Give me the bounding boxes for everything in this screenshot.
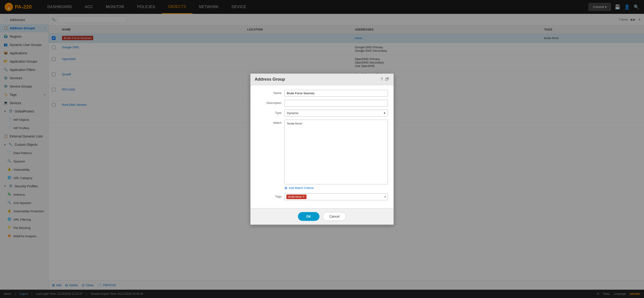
modal-header-icons: ? 🗗 [380, 77, 389, 82]
tag-brute-force: brute-force ✕ [286, 194, 306, 199]
type-value: Dynamic [287, 111, 299, 115]
tags-label: Tags [256, 193, 282, 198]
description-row: Description [256, 100, 388, 107]
add-match-criteria[interactable]: ⊕ Add Match Criteria [284, 186, 388, 190]
description-input[interactable] [284, 100, 388, 107]
modal-footer: OK Cancel [250, 208, 394, 225]
add-match-icon: ⊕ [284, 186, 287, 190]
tags-row: Tags brute-force ✕ ▾ [256, 193, 388, 200]
tag-label: brute-force [288, 195, 302, 198]
tags-input[interactable]: brute-force ✕ ▾ [284, 193, 388, 200]
type-row: Type Dynamic ▾ [256, 110, 388, 116]
help-icon[interactable]: ? [380, 77, 383, 82]
match-area[interactable]: 'brute-force' [284, 120, 388, 184]
name-label: Name [256, 90, 282, 95]
match-row: Match 'brute-force' ⊕ Add Match Criteria [256, 120, 388, 190]
tags-chevron: ▾ [384, 195, 386, 198]
description-label: Description [256, 100, 282, 105]
address-group-modal: Address Group ? 🗗 Name Description Type [250, 73, 394, 225]
minimize-icon[interactable]: 🗗 [385, 77, 389, 82]
name-row: Name [256, 90, 388, 97]
modal-overlay: Address Group ? 🗗 Name Description Type [0, 0, 644, 298]
modal-title: Address Group [255, 77, 380, 82]
match-container: 'brute-force' ⊕ Add Match Criteria [284, 120, 388, 190]
match-label: Match [256, 120, 282, 125]
type-chevron: ▾ [384, 111, 386, 115]
cancel-button[interactable]: Cancel [323, 212, 346, 221]
match-value: 'brute-force' [287, 122, 302, 125]
ok-button[interactable]: OK [298, 212, 320, 221]
modal-header: Address Group ? 🗗 [250, 74, 394, 85]
add-match-label: Add Match Criteria [289, 186, 314, 190]
type-label: Type [256, 110, 282, 115]
tag-remove[interactable]: ✕ [302, 195, 305, 198]
type-select[interactable]: Dynamic ▾ [284, 110, 388, 116]
modal-body: Name Description Type Dynamic ▾ Match [250, 85, 394, 208]
name-input[interactable] [284, 90, 388, 97]
